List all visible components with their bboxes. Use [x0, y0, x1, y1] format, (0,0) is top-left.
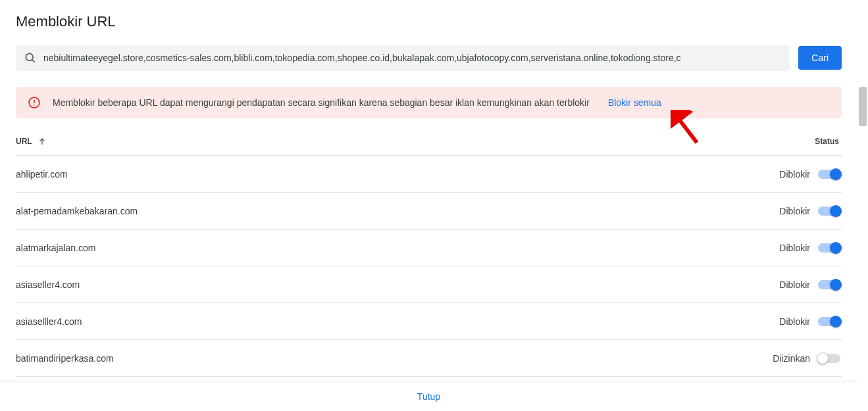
close-link[interactable]: Tutup	[417, 391, 440, 402]
column-status: Status	[815, 137, 839, 146]
table-row: batimandiriperkasa.comDiizinkan	[16, 340, 842, 377]
search-button[interactable]: Cari	[798, 46, 842, 70]
warning-icon	[28, 96, 41, 109]
alert-text: Memblokir beberapa URL dapat mengurangi …	[53, 97, 590, 108]
search-box[interactable]	[16, 45, 789, 71]
row-url: batimandiriperkasa.com	[16, 353, 114, 364]
status-toggle[interactable]	[818, 170, 840, 179]
table-row: alat-pemadamkebakaran.comDiblokir	[16, 193, 842, 230]
table-row: ahlipetir.comDiblokir	[16, 156, 842, 193]
row-right: Diblokir	[779, 206, 840, 216]
status-toggle[interactable]	[818, 354, 840, 363]
row-url: asiaselller4.com	[16, 316, 82, 327]
row-right: Diizinkan	[773, 353, 840, 364]
svg-point-4	[34, 105, 35, 106]
row-right: Diblokir	[779, 243, 840, 253]
row-right: Diblokir	[779, 169, 840, 180]
row-url: asiaseller4.com	[16, 279, 80, 290]
svg-point-0	[26, 53, 33, 60]
row-right: Diblokir	[779, 279, 840, 290]
table-row: asiaselller4.comDiblokir	[16, 303, 842, 340]
table-body: ahlipetir.comDiblokiralat-pemadamkebakar…	[16, 156, 842, 377]
scrollbar-thumb[interactable]	[859, 87, 867, 126]
status-toggle[interactable]	[818, 280, 840, 289]
table-row: asiaseller4.comDiblokir	[16, 266, 842, 303]
row-status-label: Diizinkan	[773, 353, 810, 364]
search-icon	[24, 51, 37, 64]
block-all-link[interactable]: Blokir semua	[608, 97, 661, 108]
row-status-label: Diblokir	[779, 206, 810, 216]
row-url: ahlipetir.com	[16, 169, 68, 180]
column-url-label: URL	[16, 137, 32, 146]
row-status-label: Diblokir	[779, 243, 810, 253]
status-toggle[interactable]	[818, 243, 840, 253]
table-header: URL Status	[16, 137, 842, 156]
warning-alert: Memblokir beberapa URL dapat mengurangi …	[16, 87, 842, 118]
page-title: Memblokir URL	[16, 13, 842, 30]
footer: Tutup	[0, 381, 857, 411]
row-url: alatmarkajalan.com	[16, 243, 95, 253]
row-url: alat-pemadamkebakaran.com	[16, 206, 138, 216]
status-toggle[interactable]	[818, 206, 840, 216]
row-status-label: Diblokir	[779, 316, 810, 327]
status-toggle[interactable]	[818, 317, 840, 326]
row-status-label: Diblokir	[779, 169, 810, 180]
row-right: Diblokir	[779, 316, 840, 327]
search-input[interactable]	[43, 53, 781, 63]
column-url[interactable]: URL	[16, 137, 47, 146]
sort-ascending-icon	[38, 137, 47, 146]
table-row: alatmarkajalan.comDiblokir	[16, 230, 842, 266]
row-status-label: Diblokir	[779, 279, 810, 290]
search-row: Cari	[16, 45, 842, 71]
svg-line-1	[32, 60, 35, 62]
